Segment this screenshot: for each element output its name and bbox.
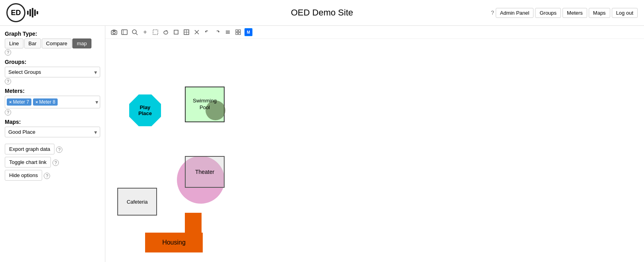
toolbar-undo-icon[interactable]: [203, 28, 211, 36]
meters-section: Meters: × Meter 7 × Meter 8 ▾ ?: [5, 88, 100, 116]
hide-row: Hide options ?: [5, 170, 100, 181]
maps-label: Maps:: [5, 119, 100, 125]
graph-type-bar[interactable]: Bar: [24, 39, 41, 48]
svg-rect-3: [34, 10, 36, 16]
toolbar-plus-icon[interactable]: +: [141, 28, 149, 36]
maps-button[interactable]: Maps: [589, 8, 610, 18]
export-row: Export graph data ?: [5, 144, 100, 154]
logo-sound-icon: [27, 7, 39, 19]
header-nav: ? Admin Panel Groups Meters Maps Log out: [491, 8, 638, 18]
svg-rect-4: [37, 11, 38, 14]
swimming-pool-label: Swimming Pool: [185, 87, 225, 122]
meters-button[interactable]: Meters: [563, 8, 587, 18]
svg-rect-26: [239, 30, 241, 32]
toolbar-cut-icon[interactable]: [193, 28, 201, 36]
export-graph-data-button[interactable]: Export graph data: [5, 144, 54, 154]
page-title: OED Demo Site: [291, 8, 353, 18]
map-canvas: Play Place Swimming Pool Theater Cafeter…: [105, 39, 644, 261]
toolbar-grid-icon[interactable]: [234, 28, 242, 36]
meter-7-label: Meter 7: [13, 99, 29, 105]
toggle-chart-link-button[interactable]: Toggle chart link: [5, 157, 51, 168]
admin-panel-button[interactable]: Admin Panel: [496, 8, 534, 18]
toolbar-zoom-icon[interactable]: [131, 28, 139, 36]
sidebar: Graph Type: Line Bar Compare map ? Group…: [0, 26, 105, 262]
toggle-row: Toggle chart link ?: [5, 157, 100, 168]
meters-help-icon: ?: [5, 109, 11, 116]
meters-label: Meters:: [5, 88, 100, 94]
svg-point-10: [132, 30, 136, 34]
svg-rect-8: [122, 30, 127, 35]
graph-type-map[interactable]: map: [72, 39, 91, 48]
meter-tag-7[interactable]: × Meter 7: [7, 98, 31, 106]
toolbar-select-icon[interactable]: [151, 28, 159, 36]
logo: ED: [6, 3, 39, 22]
svg-rect-2: [32, 8, 33, 17]
svg-rect-27: [236, 33, 238, 35]
graph-type-section: Graph Type: Line Bar Compare map ?: [5, 31, 100, 56]
main-layout: Graph Type: Line Bar Compare map ? Group…: [0, 26, 644, 262]
graph-type-line[interactable]: Line: [5, 39, 23, 48]
map-toolbar: +: [105, 26, 644, 39]
groups-select[interactable]: Select Groups: [5, 67, 100, 77]
toolbar-lasso-icon[interactable]: [162, 28, 170, 36]
action-buttons: Export graph data ? Toggle chart link ? …: [5, 144, 100, 181]
toolbar-move-icon[interactable]: [182, 28, 190, 36]
graph-type-buttons: Line Bar Compare map: [5, 39, 100, 48]
maps-select-wrapper: Good Place ▾: [5, 127, 100, 137]
svg-rect-25: [236, 30, 238, 32]
theater-label: Theater: [185, 156, 225, 188]
logo-circle: ED: [6, 3, 25, 22]
graph-type-label: Graph Type:: [5, 31, 100, 37]
housing-label: Housing: [145, 233, 203, 252]
svg-rect-28: [239, 33, 241, 35]
svg-text:M: M: [247, 30, 250, 35]
map-area: +: [105, 26, 644, 262]
meter-8-remove[interactable]: ×: [35, 100, 38, 104]
svg-rect-14: [174, 30, 178, 34]
graph-type-compare[interactable]: Compare: [42, 39, 72, 48]
logout-button[interactable]: Log out: [612, 8, 638, 18]
meter-7-remove[interactable]: ×: [9, 100, 12, 104]
svg-rect-12: [153, 30, 158, 35]
meter-tag-8[interactable]: × Meter 8: [33, 98, 58, 106]
export-help-icon: ?: [56, 146, 62, 153]
meters-input-container[interactable]: × Meter 7 × Meter 8 ▾: [5, 96, 100, 108]
toolbar-crop-icon[interactable]: [172, 28, 180, 36]
header: ED OED Demo Site ? Admin Panel Groups Me…: [0, 0, 644, 26]
graph-type-help-icon: ?: [5, 49, 11, 56]
svg-line-11: [136, 33, 138, 35]
hide-options-button[interactable]: Hide options: [5, 170, 42, 181]
play-place-label: Play Place: [129, 94, 161, 126]
meter-8-label: Meter 8: [39, 99, 56, 105]
toolbar-camera-icon[interactable]: [110, 28, 118, 36]
toolbar-redo-icon[interactable]: [213, 28, 221, 36]
maps-section: Maps: Good Place ▾: [5, 119, 100, 137]
groups-help-icon: ?: [5, 78, 11, 85]
svg-point-6: [113, 31, 115, 34]
svg-rect-0: [27, 11, 29, 15]
groups-button[interactable]: Groups: [535, 8, 561, 18]
svg-point-13: [164, 31, 168, 34]
meters-dropdown-arrow[interactable]: ▾: [95, 99, 98, 105]
cafeteria-label: Cafeteria: [117, 188, 157, 216]
svg-rect-1: [29, 9, 31, 16]
groups-label: Groups:: [5, 59, 100, 65]
nav-help-icon: ?: [491, 10, 494, 16]
groups-select-wrapper: Select Groups ▾: [5, 67, 100, 77]
maps-select[interactable]: Good Place: [5, 127, 100, 137]
toolbar-map-icon[interactable]: M: [244, 28, 252, 36]
toolbar-layers-icon[interactable]: [120, 28, 128, 36]
toolbar-list-icon[interactable]: [224, 28, 232, 36]
groups-section: Groups: Select Groups ▾ ?: [5, 59, 100, 85]
toggle-help-icon: ?: [52, 160, 59, 166]
hide-help-icon: ?: [44, 173, 50, 179]
